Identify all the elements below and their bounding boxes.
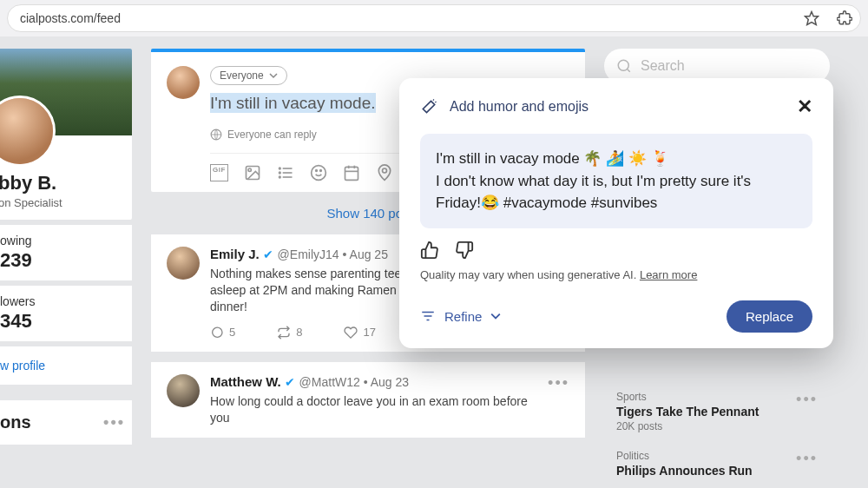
svg-point-17 <box>382 168 386 173</box>
browser-address-bar: cialposts.com/feed <box>0 0 868 36</box>
learn-more-link[interactable]: Learn more <box>640 268 697 281</box>
cover-image <box>0 49 132 135</box>
following-label: owing <box>0 234 125 247</box>
url-field[interactable]: cialposts.com/feed <box>7 4 861 32</box>
globe-icon <box>210 129 222 141</box>
svg-point-3 <box>248 168 251 171</box>
refine-button[interactable]: Refine <box>420 308 501 324</box>
post-author[interactable]: Matthew W. <box>210 374 281 389</box>
chevron-down-icon <box>490 311 501 321</box>
audience-selector[interactable]: Everyone <box>210 66 287 85</box>
reply-note: Everyone can reply <box>227 129 317 141</box>
ai-panel-title: Add humor and emojis <box>450 99 785 115</box>
followers-stat[interactable]: lowers 345 <box>0 286 132 341</box>
section-label: ons <box>0 412 31 432</box>
like-action[interactable]: 17 <box>344 326 375 340</box>
trend-title: Philips Announces Run <box>616 464 753 478</box>
post-avatar[interactable] <box>167 247 200 280</box>
trend-item[interactable]: Politics Philips Announces Run ••• <box>613 441 821 486</box>
ai-suggestion-panel: Add humor and emojis ✕ I'm still in vaca… <box>399 78 833 348</box>
svg-point-11 <box>316 170 318 172</box>
bookmark-star-icon[interactable] <box>804 10 819 26</box>
extensions-icon[interactable] <box>837 10 852 26</box>
svg-point-7 <box>279 168 280 169</box>
trends-section: Sports Tigers Take The Pennant 20K posts… <box>613 382 821 486</box>
repost-action[interactable]: 8 <box>277 326 302 340</box>
ai-disclaimer: Quality may vary when using generative A… <box>420 268 812 281</box>
reply-action[interactable]: 5 <box>210 326 235 340</box>
compose-text-input[interactable]: I'm still in vacay mode. <box>210 93 376 113</box>
trend-count: 20K posts <box>616 420 759 432</box>
compose-avatar[interactable] <box>167 66 200 99</box>
more-icon[interactable]: ••• <box>103 413 125 432</box>
trend-category: Politics <box>616 450 753 462</box>
followers-count: 345 <box>0 310 125 333</box>
gif-icon[interactable]: GIF <box>210 164 228 181</box>
trend-title: Tigers Take The Pennant <box>616 405 759 419</box>
search-placeholder: Search <box>641 58 685 74</box>
post-more-icon[interactable]: ••• <box>548 374 569 426</box>
trend-more-icon[interactable]: ••• <box>796 450 818 468</box>
calendar-icon[interactable] <box>343 164 360 181</box>
followers-label: lowers <box>0 294 125 308</box>
profile-name: bby B. <box>0 172 123 195</box>
chevron-down-icon <box>269 71 278 80</box>
url-text: cialposts.com/feed <box>20 11 121 25</box>
repost-icon <box>277 326 291 340</box>
trend-more-icon[interactable]: ••• <box>796 391 818 409</box>
thumbs-down-icon <box>455 241 474 260</box>
refine-label: Refine <box>444 309 482 324</box>
thumbs-up-button[interactable] <box>420 241 439 260</box>
following-count: 239 <box>0 249 125 272</box>
thumbs-up-icon <box>420 241 439 260</box>
svg-point-12 <box>320 170 322 172</box>
location-icon[interactable] <box>376 164 393 181</box>
post-avatar[interactable] <box>167 374 200 407</box>
audience-label: Everyone <box>220 69 264 82</box>
heart-icon <box>344 326 358 340</box>
svg-point-9 <box>279 176 280 178</box>
post: Matthew W. ✔ @MattW12 • Aug 23 How long … <box>151 362 585 439</box>
thumbs-down-button[interactable] <box>455 241 474 260</box>
svg-point-22 <box>618 60 628 70</box>
filter-icon <box>420 308 436 324</box>
replace-button[interactable]: Replace <box>727 300 812 333</box>
svg-marker-0 <box>806 12 819 25</box>
trend-item[interactable]: Sports Tigers Take The Pennant 20K posts… <box>613 382 821 441</box>
svg-rect-13 <box>345 167 358 180</box>
trend-category: Sports <box>616 391 759 403</box>
emoji-icon[interactable] <box>310 164 327 181</box>
search-icon <box>616 58 632 74</box>
svg-point-10 <box>312 166 326 181</box>
list-icon[interactable] <box>277 164 294 181</box>
close-icon[interactable]: ✕ <box>797 96 812 118</box>
ai-suggestion-text: I'm still in vacay mode 🌴 🏄 ☀️ 🍹 I don't… <box>420 134 812 228</box>
svg-line-23 <box>628 69 630 72</box>
image-icon[interactable] <box>244 164 261 181</box>
post-body: How long could a doctor leave you in an … <box>210 393 537 426</box>
post-handle[interactable]: @EmilyJ14 • Aug 25 <box>278 247 388 261</box>
view-profile-link[interactable]: w profile <box>0 346 132 385</box>
profile-title: on Specialist <box>0 196 123 209</box>
verified-badge-icon: ✔ <box>285 375 295 389</box>
post-handle[interactable]: @MattW12 • Aug 23 <box>299 375 410 389</box>
profile-card: bby B. on Specialist <box>0 49 132 220</box>
post-author[interactable]: Emily J. <box>210 247 260 261</box>
reply-icon <box>210 326 224 340</box>
svg-point-8 <box>279 172 280 174</box>
verified-badge-icon: ✔ <box>263 247 273 261</box>
magic-wand-icon <box>420 98 437 115</box>
following-stat[interactable]: owing 239 <box>0 225 132 280</box>
section-header[interactable]: ons ••• <box>0 400 132 445</box>
